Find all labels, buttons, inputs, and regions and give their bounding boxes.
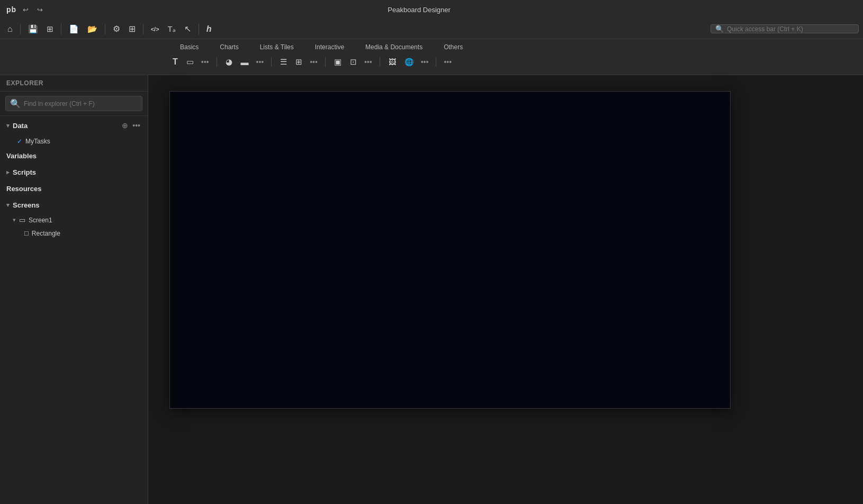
widget-table-button[interactable]: ⊞ [292,56,305,68]
sidebar-section-screens: ▾ Screens ▾ ▭ Screen1 □ Rectangle [0,197,148,240]
quick-search-input[interactable] [727,25,854,33]
data-section-label: Data [13,122,28,130]
code-button[interactable]: </> [148,24,163,34]
rectangle-label: Rectangle [32,230,60,237]
charts-more-button[interactable]: ••• [254,57,266,67]
screen1-chevron-icon: ▾ [13,217,16,223]
redo-button[interactable]: ↪ [35,5,45,15]
undo-button[interactable]: ↩ [21,5,31,15]
screen1-icon: ▭ [19,216,25,224]
save-all-button[interactable]: ⊞ [43,22,57,36]
web-widget-icon: 🌐 [404,58,413,66]
widget-web-button[interactable]: 🌐 [401,57,417,67]
open-button[interactable]: 📂 [84,22,101,36]
cursor-button[interactable]: ↖ [181,22,194,36]
media-dots-icon: ••• [421,58,429,66]
widgetbar-categories: Basics Charts Lists & Tiles Interactive … [0,39,863,54]
list-widget-icon: ☰ [280,57,287,67]
sep5 [199,24,199,34]
settings-button[interactable]: ⚙ [110,22,123,36]
media-more-button[interactable]: ••• [419,57,431,67]
titlebar: pb ↩ ↪ Peakboard Designer [0,0,863,19]
cat-interactive[interactable]: Interactive [304,42,355,53]
lists-more-button[interactable]: ••• [308,57,320,67]
interactive-more-button[interactable]: ••• [362,57,374,67]
widget-list-button[interactable]: ☰ [277,56,290,68]
scripts-section-label: Scripts [13,168,36,176]
sidebar-section-scripts: ▸ Scripts [0,164,148,181]
screen1-item[interactable]: ▾ ▭ Screen1 [0,213,148,227]
widget-sep1 [217,57,217,67]
extend-icon: ⊞ [129,24,136,34]
open-icon: 📂 [87,24,97,34]
resources-section-label: Resources [6,185,41,193]
lists-dots-icon: ••• [310,58,318,66]
sidebar-search-icon: 🔍 [10,98,21,109]
screens-section-header[interactable]: ▾ Screens [0,197,148,213]
cat-media-documents[interactable]: Media & Documents [355,42,433,53]
widget-interactive1-button[interactable]: ▣ [331,56,345,68]
widget-interactive2-button[interactable]: ⊡ [347,56,360,68]
cat-charts[interactable]: Charts [209,42,249,53]
data-add-button[interactable]: ⊕ [121,120,129,131]
mytasks-label: MyTasks [25,138,50,145]
basics-more-button[interactable]: ••• [199,57,211,67]
variables-section-header[interactable]: Variables [0,148,148,164]
home-button[interactable]: ⌂ [4,22,16,36]
new-button[interactable]: 📄 [66,22,82,36]
rectangle-item[interactable]: □ Rectangle [0,227,148,240]
cursor-icon: ↖ [184,24,191,34]
charts-dots-icon: ••• [256,58,264,66]
basics-dots-icon: ••• [201,58,209,66]
mytasks-item[interactable]: ✓ MyTasks [0,135,148,148]
app-title: Peakboard Designer [388,6,451,14]
rectangle-icon: □ [24,229,29,237]
rect-widget-icon: ▭ [186,57,194,67]
scripts-section-header[interactable]: ▸ Scripts [0,164,148,181]
app-logo: pb [6,5,16,14]
widget-sep2 [271,57,272,67]
pie-chart-icon: ◕ [226,57,232,67]
save-all-icon: ⊞ [47,24,53,34]
text-button[interactable]: Tₐ [165,22,179,36]
cat-others[interactable]: Others [433,42,473,53]
sep3 [105,24,105,34]
widget-sep3 [325,57,326,67]
sep1 [20,24,21,34]
toolbar: ⌂ 💾 ⊞ 📄 📂 ⚙ ⊞ </> Tₐ ↖ h 🔍 [0,19,863,39]
others-more-button[interactable]: ••• [442,57,454,67]
screen1-label: Screen1 [29,217,52,224]
quick-search-bar[interactable]: 🔍 [711,24,859,33]
text-widget-icon: T [173,57,178,67]
widget-rect-button[interactable]: ▭ [183,56,197,68]
data-chevron-icon: ▾ [6,122,10,129]
text-icon: Tₐ [168,24,176,34]
sep4 [143,24,143,34]
widget-text-button[interactable]: T [169,56,181,68]
save-button[interactable]: 💾 [25,22,41,36]
sidebar-search-area: 🔍 [0,92,148,116]
sidebar-section-resources: Resources [0,181,148,197]
save-icon: 💾 [28,24,38,34]
code-icon: </> [151,26,159,32]
data-more-button[interactable]: ••• [131,120,141,131]
resources-section-header[interactable]: Resources [0,181,148,197]
cat-lists-tiles[interactable]: Lists & Tiles [249,42,304,53]
widget-bar-button[interactable]: ▬ [238,57,252,68]
mytasks-icon: ✓ [17,138,22,145]
canvas-board [169,91,731,409]
extend-button[interactable]: ⊞ [125,22,139,36]
h-button[interactable]: h [203,22,215,36]
explorer-search-input[interactable] [24,100,138,107]
widget-image-button[interactable]: 🖼 [385,57,399,67]
home-icon: ⌂ [7,24,13,34]
image-widget-icon: 🖼 [389,58,396,66]
widget-pie-button[interactable]: ◕ [222,56,236,68]
sidebar-search-inner[interactable]: 🔍 [5,96,142,111]
cat-basics[interactable]: Basics [169,42,209,53]
screens-section-header-left: ▾ Screens [6,201,40,209]
data-section-header[interactable]: ▾ Data ⊕ ••• [0,116,148,135]
sidebar-title: Explorer [0,75,148,92]
widget-sep5 [436,57,436,67]
widgetbar-icons: T ▭ ••• ◕ ▬ ••• ☰ ⊞ ••• ▣ [0,54,863,70]
